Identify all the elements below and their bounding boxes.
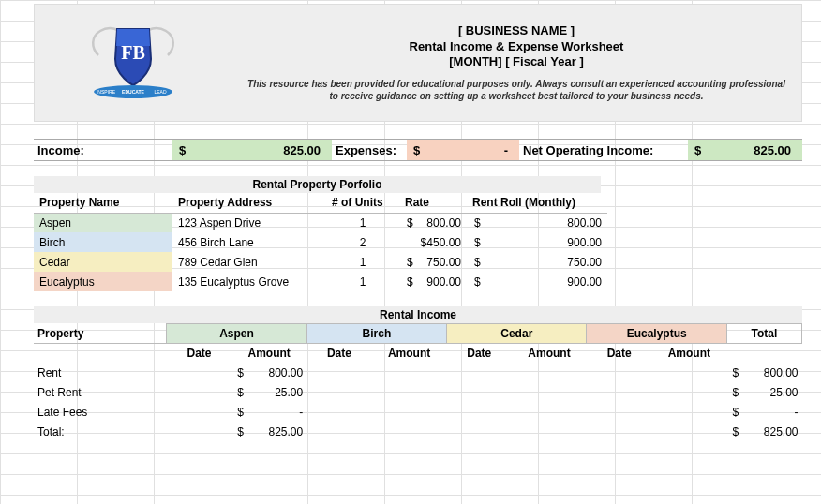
prop-col-header: Eucalyptus [587, 324, 726, 344]
amount-cell[interactable] [512, 363, 587, 383]
amount-cell[interactable] [651, 363, 726, 383]
prop-col-header: Birch [306, 324, 446, 344]
noi-value-cell[interactable]: $ 825.00 [688, 140, 802, 160]
business-name: [ BUSINESS NAME ] [458, 23, 575, 39]
date-cell[interactable] [587, 403, 651, 422]
amount-cell[interactable] [372, 383, 447, 403]
header-box: FB INSPIRE EDUCATE LEAD [ BUSINESS NAME … [34, 4, 802, 122]
date-cell[interactable] [167, 383, 231, 403]
svg-text:FB: FB [121, 42, 145, 63]
amount-cell[interactable] [512, 403, 587, 422]
worksheet-title: Rental Income & Expense Worksheet [410, 39, 624, 55]
portfolio-row[interactable]: Aspen123 Aspen Drive1$800.00$800.00 [34, 213, 607, 232]
dollar-sign: $ [692, 143, 701, 157]
property-name-cell[interactable]: Birch [34, 232, 172, 252]
noi-label: Net Operating Income: [519, 140, 688, 160]
roll-cell[interactable]: $800.00 [467, 213, 607, 232]
logo: FB INSPIRE EDUCATE LEAD [77, 19, 189, 108]
svg-text:LEAD: LEAD [154, 89, 166, 95]
date-cell[interactable] [447, 403, 512, 422]
date-cell[interactable] [587, 422, 651, 442]
amount-cell[interactable]: $- [231, 403, 306, 422]
logo-area: FB INSPIRE EDUCATE LEAD [35, 5, 231, 121]
property-name-cell[interactable]: Cedar [34, 252, 172, 272]
amount-cell[interactable] [512, 383, 587, 403]
amount-cell[interactable] [651, 383, 726, 403]
amount-header: Amount [512, 344, 587, 363]
total-header: Total [726, 324, 801, 344]
rate-cell[interactable]: $750.00 [399, 252, 467, 272]
expenses-value-cell[interactable]: $ - [407, 140, 519, 160]
date-cell[interactable] [587, 363, 651, 383]
col-addr: Property Address [172, 193, 326, 213]
date-cell[interactable] [306, 422, 371, 442]
summary-row: Income: $ 825.00 Expenses: $ - Net Opera… [34, 139, 802, 161]
prop-col-header: Cedar [447, 324, 587, 344]
total-cell[interactable]: $- [726, 403, 801, 422]
date-header: Date [447, 344, 512, 363]
income-value-cell[interactable]: $ 825.00 [172, 140, 332, 160]
amount-cell[interactable] [372, 363, 447, 383]
date-cell[interactable] [306, 383, 371, 403]
total-label: Total: [34, 422, 167, 442]
units-cell[interactable]: 1 [326, 213, 399, 232]
income-row: Rent$800.00$800.00 [34, 363, 802, 383]
noi-value: 825.00 [754, 143, 799, 157]
portfolio-section: Rental Property Porfolio Property Name P… [34, 176, 802, 291]
date-cell[interactable] [587, 383, 651, 403]
rate-cell[interactable]: $800.00 [399, 213, 467, 232]
amount-cell[interactable] [512, 422, 587, 442]
total-cell[interactable]: $25.00 [726, 383, 801, 403]
units-cell[interactable]: 1 [326, 252, 399, 272]
grand-total-cell[interactable]: $825.00 [726, 422, 801, 442]
amount-cell[interactable] [651, 422, 726, 442]
rental-income-title: Rental Income [34, 306, 802, 323]
portfolio-row[interactable]: Birch456 Birch Lane2$450.00$900.00 [34, 232, 607, 252]
income-label: Income: [34, 140, 172, 160]
roll-cell[interactable]: $900.00 [467, 272, 607, 291]
amount-cell[interactable] [372, 403, 447, 422]
income-total-row: Total:$825.00$825.00 [34, 422, 802, 442]
income-value: 825.00 [283, 143, 328, 157]
date-cell[interactable] [306, 363, 371, 383]
units-cell[interactable]: 2 [326, 232, 399, 252]
date-cell[interactable] [167, 363, 231, 383]
rate-cell[interactable]: $900.00 [399, 272, 467, 291]
income-row: Late Fees$-$- [34, 403, 802, 422]
roll-cell[interactable]: $750.00 [467, 252, 607, 272]
amount-cell[interactable] [372, 422, 447, 442]
property-addr-cell[interactable]: 456 Birch Lane [172, 232, 326, 252]
amount-cell[interactable]: $800.00 [231, 363, 306, 383]
property-addr-cell[interactable]: 789 Cedar Glen [172, 252, 326, 272]
amount-cell[interactable]: $25.00 [231, 383, 306, 403]
units-cell[interactable]: 1 [326, 272, 399, 291]
row-label: Late Fees [34, 403, 167, 422]
portfolio-table: Property Name Property Address # of Unit… [34, 193, 607, 291]
date-cell[interactable] [447, 383, 512, 403]
amount-header: Amount [231, 344, 306, 363]
property-header: Property [34, 324, 167, 344]
property-name-cell[interactable]: Aspen [34, 213, 172, 232]
row-label: Pet Rent [34, 383, 167, 403]
total-cell[interactable]: $800.00 [726, 363, 801, 383]
amount-cell[interactable] [651, 403, 726, 422]
income-row: Pet Rent$25.00$25.00 [34, 383, 802, 403]
date-cell[interactable] [306, 403, 371, 422]
expenses-label: Expenses: [332, 140, 407, 160]
portfolio-row[interactable]: Cedar789 Cedar Glen1$750.00$750.00 [34, 252, 607, 272]
period: [MONTH] [ Fiscal Year ] [449, 54, 584, 70]
amount-header: Amount [372, 344, 447, 363]
roll-cell[interactable]: $900.00 [467, 232, 607, 252]
amount-cell[interactable]: $825.00 [231, 422, 306, 442]
date-cell[interactable] [447, 422, 512, 442]
date-cell[interactable] [447, 363, 512, 383]
property-name-cell[interactable]: Eucalyptus [34, 272, 172, 291]
property-addr-cell[interactable]: 135 Eucalyptus Grove [172, 272, 326, 291]
property-addr-cell[interactable]: 123 Aspen Drive [172, 213, 326, 232]
rental-income-table: PropertyAspenBirchCedarEucalyptusTotal D… [34, 323, 802, 442]
portfolio-row[interactable]: Eucalyptus135 Eucalyptus Grove1$900.00$9… [34, 272, 607, 291]
date-cell[interactable] [167, 422, 231, 442]
date-cell[interactable] [167, 403, 231, 422]
rate-cell[interactable]: $450.00 [399, 232, 467, 252]
row-label: Rent [34, 363, 167, 383]
